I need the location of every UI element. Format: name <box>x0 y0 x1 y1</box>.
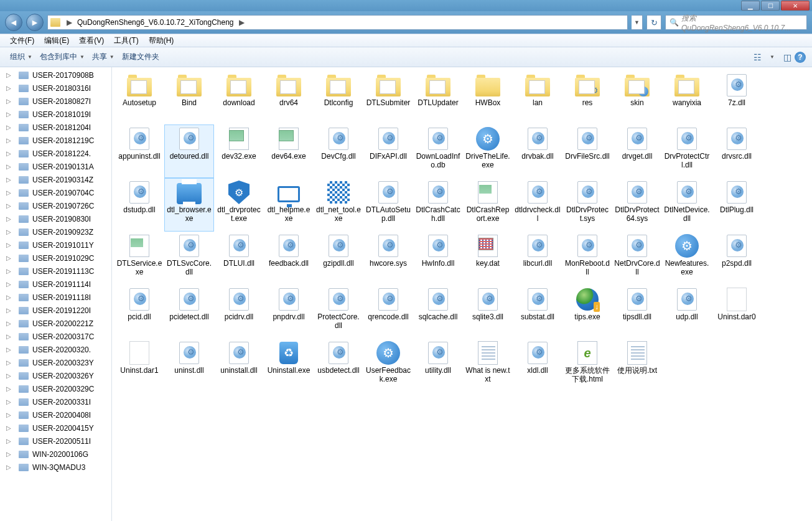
file-item[interactable]: xldl.dll <box>513 339 562 392</box>
file-item[interactable]: lan <box>513 71 562 124</box>
tree-item[interactable]: ▷USER-20200415Y <box>0 421 111 434</box>
breadcrumb-arrow[interactable]: ▶ <box>236 18 247 27</box>
file-item[interactable]: DrvProtectCtrl.dll <box>662 124 712 178</box>
file-item[interactable]: usbdetect.dll <box>314 339 363 392</box>
expand-icon[interactable]: ▷ <box>6 85 11 92</box>
file-item[interactable]: ProtectCore.dll <box>314 285 363 339</box>
tree-item[interactable]: ▷WIN-3QMADU3 <box>0 461 111 474</box>
tree-item[interactable]: ▷USER-20200326Y <box>0 369 111 382</box>
tree-item[interactable]: ▷USER-20181204I <box>0 121 111 134</box>
expand-icon[interactable]: ▷ <box>6 281 11 288</box>
file-item[interactable]: key.dat <box>463 232 513 285</box>
file-item[interactable]: sqlite3.dll <box>463 285 513 339</box>
expand-icon[interactable]: ▷ <box>6 137 11 144</box>
tree-item[interactable]: ▷USER-20181219C <box>0 134 111 147</box>
file-item[interactable]: libcurl.dll <box>513 232 562 285</box>
file-item[interactable]: HwInfo.dll <box>413 232 463 285</box>
file-item[interactable]: pcidrv.dll <box>214 285 264 339</box>
forward-button[interactable]: ► <box>26 14 44 31</box>
file-item[interactable]: skin <box>612 71 662 124</box>
file-item[interactable]: ⚙dtl_drvprotect.exe <box>214 178 264 232</box>
file-item[interactable]: qrencode.dll <box>363 285 413 339</box>
file-item[interactable]: drvbak.dll <box>513 124 562 178</box>
tree-item[interactable]: ▷USER-20200329C <box>0 382 111 395</box>
tree-item[interactable]: ▷USER-20190704C <box>0 186 111 199</box>
file-item[interactable]: ⚙res <box>562 71 612 124</box>
file-item[interactable]: wanyixia <box>662 71 712 124</box>
expand-icon[interactable]: ▷ <box>6 202 11 209</box>
file-item[interactable]: dev32.exe <box>214 124 264 178</box>
file-item[interactable]: dev64.exe <box>264 124 314 178</box>
refresh-button[interactable]: ↻ <box>646 15 661 30</box>
file-item[interactable]: What is new.txt <box>463 339 513 392</box>
file-item[interactable]: dtl_net_tool.exe <box>314 178 363 232</box>
expand-icon[interactable]: ▷ <box>6 320 11 327</box>
file-item[interactable]: DTLUI.dll <box>214 232 264 285</box>
file-item[interactable]: ⚙DriveTheLife.exe <box>463 124 513 178</box>
file-item[interactable]: DtlDrvProtect64.sys <box>612 178 662 232</box>
expand-icon[interactable]: ▷ <box>6 98 11 105</box>
file-item[interactable]: substat.dll <box>513 285 562 339</box>
file-item[interactable]: download <box>214 71 264 124</box>
expand-icon[interactable]: ▷ <box>6 333 11 340</box>
file-item[interactable]: DIFxAPI.dll <box>363 124 413 178</box>
tree-item[interactable]: ▷USER-20200320. <box>0 343 111 356</box>
file-item[interactable]: DevCfg.dll <box>314 124 363 178</box>
share-button[interactable]: 共享▼ <box>88 49 118 65</box>
menu-help[interactable]: 帮助(H) <box>144 34 179 47</box>
file-item[interactable]: MonReboot.dll <box>562 232 612 285</box>
file-item[interactable]: DTLAutoSetup.dll <box>363 178 413 232</box>
tree-item[interactable]: ▷USER-20191113C <box>0 265 111 278</box>
file-item[interactable]: tips.exe <box>562 285 612 339</box>
file-item[interactable]: DtlCrashReport.exe <box>463 178 513 232</box>
file-item[interactable]: Uninst.dar0 <box>712 285 762 339</box>
file-item[interactable]: DtlPlug.dll <box>712 178 762 232</box>
menu-view[interactable]: 查看(V) <box>74 34 109 47</box>
expand-icon[interactable]: ▷ <box>6 294 11 301</box>
file-item[interactable]: pcid.dll <box>114 285 164 339</box>
file-item[interactable]: ⚙UserFeedback.exe <box>363 339 413 392</box>
tree-item[interactable]: ▷USER-20200408I <box>0 408 111 421</box>
tree-item[interactable]: ▷USER-20180316I <box>0 82 111 95</box>
tree-item[interactable]: ▷USER-20190830I <box>0 212 111 225</box>
tree-item[interactable]: ▷USER-20200511I <box>0 434 111 448</box>
tree-item[interactable]: ▷USER-20190923Z <box>0 225 111 238</box>
file-item[interactable]: dstudp.dll <box>114 178 164 232</box>
file-item[interactable]: Uninstall.exe <box>264 339 314 392</box>
file-item[interactable]: Autosetup <box>114 71 164 124</box>
file-item[interactable]: gzipdll.dll <box>314 232 363 285</box>
expand-icon[interactable]: ▷ <box>6 215 11 222</box>
tree-item[interactable]: ▷USER-20191011Y <box>0 238 111 251</box>
view-options-button[interactable]: ☷ <box>750 50 765 65</box>
tree-item[interactable]: ▷USER-20180827I <box>0 95 111 108</box>
back-button[interactable]: ◄ <box>5 14 22 31</box>
file-item[interactable]: 7z.dll <box>712 71 762 124</box>
file-item[interactable]: DtlNetDevice.dll <box>662 178 712 232</box>
file-item[interactable]: DtlDrvProtect.sys <box>562 178 612 232</box>
expand-icon[interactable]: ▷ <box>6 150 11 157</box>
file-item[interactable]: drv64 <box>264 71 314 124</box>
file-item[interactable]: udp.dll <box>662 285 712 339</box>
tree-item[interactable]: ▷USER-20170908B <box>0 68 111 82</box>
address-dropdown[interactable]: ▼ <box>632 15 643 30</box>
tree-item[interactable]: ▷USER-20200317C <box>0 330 111 343</box>
include-in-library-button[interactable]: 包含到库中▼ <box>36 49 88 65</box>
file-item[interactable]: HWBox <box>463 71 513 124</box>
file-item[interactable]: appuninst.dll <box>114 124 164 178</box>
tree-item[interactable]: ▷USER-20200323Y <box>0 356 111 369</box>
expand-icon[interactable]: ▷ <box>6 189 11 196</box>
file-item[interactable]: 使用说明.txt <box>612 339 662 392</box>
expand-icon[interactable]: ▷ <box>6 372 11 379</box>
expand-icon[interactable]: ▷ <box>6 124 11 131</box>
file-item[interactable]: Dtlconfig <box>314 71 363 124</box>
tree-item[interactable]: ▷USER-20181019I <box>0 108 111 121</box>
expand-icon[interactable]: ▷ <box>6 268 11 275</box>
window-close-button[interactable]: ✕ <box>781 1 810 11</box>
tree-item[interactable]: ▷USER-20181224. <box>0 147 111 160</box>
file-item[interactable]: DTLSubmiter <box>363 71 413 124</box>
file-item[interactable]: Uninst.dar1 <box>114 339 164 392</box>
file-item[interactable]: dtl_browser.exe <box>164 178 214 232</box>
file-item[interactable]: sqlcache.dll <box>413 285 463 339</box>
expand-icon[interactable]: ▷ <box>6 242 11 248</box>
tree-item[interactable]: ▷USER-20191220I <box>0 304 111 317</box>
